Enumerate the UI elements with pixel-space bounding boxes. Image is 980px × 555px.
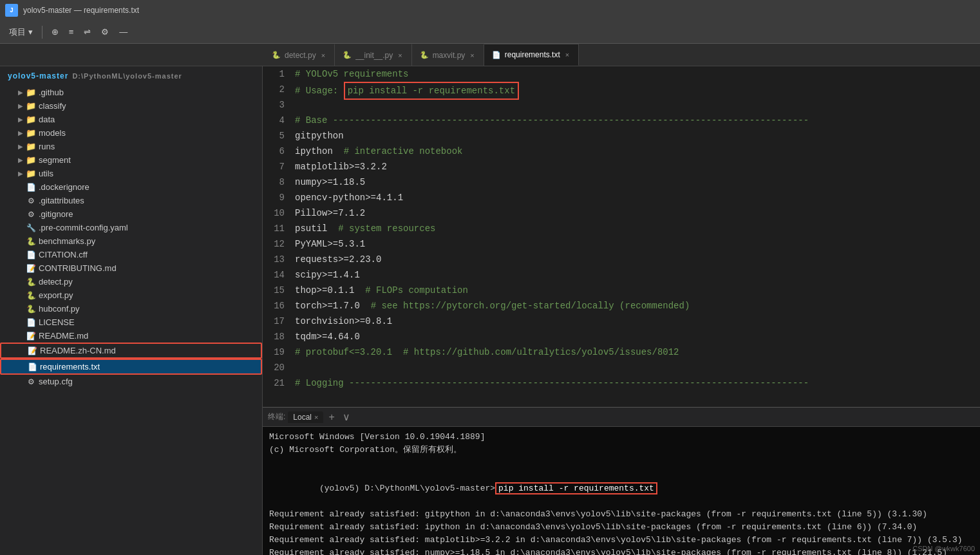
sidebar-item-setup[interactable]: ⚙ setup.cfg <box>0 375 262 388</box>
terminal-label: 终端: <box>268 411 285 422</box>
line-number: 7 <box>268 159 285 174</box>
code-line-4: # Base ---------------------------------… <box>295 113 967 128</box>
terminal-tab-local[interactable]: Local × <box>288 411 323 423</box>
sidebar-item-models[interactable]: ▶ 📁 models <box>0 126 262 140</box>
tab-close-init[interactable]: × <box>397 52 403 59</box>
folder-icon: 📁 <box>26 115 36 124</box>
line-number: 19 <box>268 344 285 360</box>
line-number: 12 <box>268 236 285 252</box>
tab-label-requirements: requirements.txt <box>505 50 560 59</box>
title-bar: J yolov5-master — requirements.txt <box>0 0 980 21</box>
folder-icon: 📁 <box>26 88 36 97</box>
terminal-line-1: Microsoft Windows [Version 10.0.19044.18… <box>269 431 974 444</box>
sidebar-item-detect[interactable]: 🐍 detect.py <box>0 275 262 288</box>
sidebar-item-label: .pre-commit-config.yaml <box>39 223 128 232</box>
code-line-8: numpy>=1.18.5 <box>295 174 967 190</box>
sidebar-item-dockerignore[interactable]: 📄 .dockerignore <box>0 180 262 194</box>
file-icon: 🔧 <box>26 223 36 232</box>
terminal-command-text: pip install -r requirements.txt <box>498 484 654 493</box>
arrow-icon: ▶ <box>15 89 26 96</box>
sidebar-item-label: runs <box>39 142 55 151</box>
code-line-16: torch>=1.7.0 # see https://pytorch.org/g… <box>295 298 967 314</box>
sidebar-item-readme[interactable]: 📝 README.md <box>0 329 262 343</box>
globe-icon-btn[interactable]: ⊕ <box>48 26 62 38</box>
file-icon: 📄 <box>27 362 37 372</box>
sidebar-item-requirements[interactable]: 📄 requirements.txt <box>0 359 262 375</box>
add-terminal-button[interactable]: + <box>326 411 337 423</box>
sidebar-item-segment[interactable]: ▶ 📁 segment <box>0 153 262 167</box>
line-number: 6 <box>268 144 285 159</box>
sidebar-item-gitattributes[interactable]: ⚙ .gitattributes <box>0 194 262 207</box>
line-number: 3 <box>268 97 285 113</box>
gear-icon-btn[interactable]: ⚙ <box>97 26 113 38</box>
sidebar-root-label: yolov5-master <box>8 71 68 80</box>
code-line-18: tqdm>=4.64.0 <box>295 329 967 344</box>
code-line-10: Pillow>=7.1.2 <box>295 205 967 221</box>
title-bar-text: yolov5-master — requirements.txt <box>23 6 139 15</box>
code-line-12: PyYAML>=5.3.1 <box>295 236 967 252</box>
project-menu-button[interactable]: 项目 ▾ <box>5 25 37 39</box>
sidebar-item-label: export.py <box>39 290 73 300</box>
sidebar-item-license[interactable]: 📄 LICENSE <box>0 315 262 329</box>
sidebar-item-runs[interactable]: ▶ 📁 runs <box>0 140 262 153</box>
file-icon: ⚙ <box>26 196 36 205</box>
sidebar-item-benchmarks[interactable]: 🐍 benchmarks.py <box>0 234 262 248</box>
sidebar-item-label: benchmarks.py <box>39 236 95 246</box>
code-line-14: scipy>=1.4.1 <box>295 267 967 283</box>
sidebar-item-readme-cn[interactable]: 📝 README.zh-CN.md <box>0 343 262 359</box>
file-icon: 📝 <box>26 332 36 341</box>
main-area: yolov5-master D:\PythonML\yolov5-master … <box>0 66 980 555</box>
folder-icon: 📁 <box>26 169 36 178</box>
tab-icon-maxvit: 🐍 <box>420 51 429 59</box>
sidebar-item-export[interactable]: 🐍 export.py <box>0 288 262 302</box>
terminal-chevron-down[interactable]: ∨ <box>340 411 353 423</box>
tab-init[interactable]: 🐍 __init__.py × <box>335 44 411 66</box>
terminal-line-3 <box>269 456 974 469</box>
sidebar-item-gitignore[interactable]: ⚙ .gitignore <box>0 207 262 221</box>
terminal-content[interactable]: Microsoft Windows [Version 10.0.19044.18… <box>263 427 980 555</box>
file-icon: 🐍 <box>26 278 36 287</box>
code-line-2: # Usage: pip install -r requirements.txt <box>295 82 967 97</box>
tab-icon-init: 🐍 <box>343 51 352 59</box>
terminal-tab-bar: 终端: Local × + ∨ <box>263 408 980 427</box>
sidebar-item-classify[interactable]: ▶ 📁 classify <box>0 99 262 113</box>
sidebar-item-label: .gitattributes <box>39 196 84 205</box>
sidebar-item-hubconf[interactable]: 🐍 hubconf.py <box>0 302 262 315</box>
sidebar-item-contributing[interactable]: 📝 CONTRIBUTING.md <box>0 261 262 275</box>
close-icon[interactable]: × <box>314 413 318 421</box>
sidebar-item-utils[interactable]: ▶ 📁 utils <box>0 167 262 180</box>
tab-requirements[interactable]: 📄 requirements.txt × <box>484 44 579 66</box>
app-logo: J <box>5 4 18 17</box>
tab-close-requirements[interactable]: × <box>564 51 570 59</box>
editor-area: 1 2 3 4 5 6 7 8 9 10 11 12 13 14 15 16 1 <box>263 66 980 407</box>
sidebar-item-label: models <box>39 128 66 138</box>
code-content[interactable]: # YOLOv5 requirements # Usage: pip insta… <box>295 66 980 407</box>
sidebar-item-data[interactable]: ▶ 📁 data <box>0 113 262 126</box>
file-icon: 📝 <box>27 346 37 355</box>
sidebar-item-label: hubconf.py <box>39 304 80 314</box>
terminal-line-7: Requirement already satisfied: matplotli… <box>269 534 974 547</box>
arrow-icon: ▶ <box>15 129 26 136</box>
tab-detect[interactable]: 🐍 detect.py × <box>264 44 335 66</box>
tab-close-detect[interactable]: × <box>320 52 326 59</box>
sidebar-header: yolov5-master D:\PythonML\yolov5-master <box>0 66 262 86</box>
split-icon-btn[interactable]: ⇌ <box>80 26 95 38</box>
lines-icon-btn[interactable]: ≡ <box>65 26 78 38</box>
terminal-tab-label: Local <box>293 413 312 422</box>
tab-maxvit[interactable]: 🐍 maxvit.py × <box>412 44 484 66</box>
line-number: 5 <box>268 128 285 144</box>
sidebar-item-citation[interactable]: 📄 CITATION.cff <box>0 248 262 261</box>
arrow-icon: ▶ <box>15 116 26 123</box>
tab-close-maxvit[interactable]: × <box>469 52 475 59</box>
minus-icon-btn[interactable]: — <box>115 26 131 38</box>
sidebar-item-precommit[interactable]: 🔧 .pre-commit-config.yaml <box>0 221 262 234</box>
sidebar-item-github[interactable]: ▶ 📁 .github <box>0 86 262 99</box>
terminal-command-line: (yolov5) D:\PythonML\yolov5-master>pip i… <box>269 469 974 508</box>
toolbar: 项目 ▾ ⊕ ≡ ⇌ ⚙ — <box>0 21 980 44</box>
code-line-17: torchvision>=0.8.1 <box>295 314 967 329</box>
project-label: 项目 <box>9 27 26 37</box>
sidebar-item-label: .gitignore <box>39 209 73 219</box>
tab-label-detect: detect.py <box>285 51 316 60</box>
code-line-5: gitpython <box>295 128 967 144</box>
line-number: 2 <box>268 82 285 97</box>
